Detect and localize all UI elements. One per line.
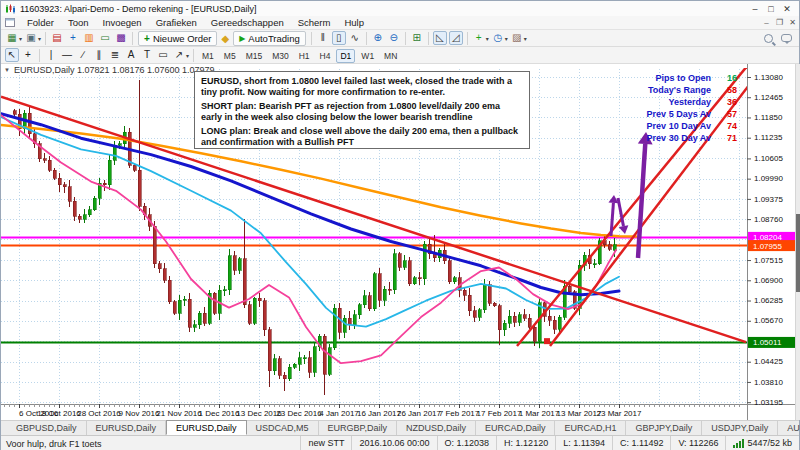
profiles-icon[interactable]: ▣ xyxy=(24,31,38,45)
indicators-icon-dropdown[interactable]: ▾ xyxy=(486,36,489,42)
autotrading-button[interactable]: ▶ AutoTrading xyxy=(233,31,306,46)
mdi-minimize-button[interactable]: – xyxy=(760,18,773,27)
pips-row: Prev 5 Days Av57 xyxy=(647,108,737,120)
chat-icon[interactable] xyxy=(781,34,792,42)
chart-tab-gbpusd-daily[interactable]: GBPUSD,Daily xyxy=(7,421,87,435)
pips-label: Pips to Open xyxy=(655,72,711,84)
expert-advisors-icon[interactable]: ◆ xyxy=(221,33,229,44)
timeframe-m30[interactable]: M30 xyxy=(268,49,293,63)
chart-tab-nzdusd-daily[interactable]: NZDUSD,Daily xyxy=(397,421,476,435)
timeframe-h1[interactable]: H1 xyxy=(295,49,314,63)
chart-area[interactable]: 1.130801.124651.118501.112351.106051.099… xyxy=(1,64,800,420)
svg-text:1.11235: 1.11235 xyxy=(754,133,783,142)
svg-text:16 Jan 2017: 16 Jan 2017 xyxy=(357,409,402,418)
trendline-icon[interactable]: ∕ xyxy=(76,48,90,62)
chart-collapse-button[interactable]: ▼ xyxy=(4,67,10,73)
timeframe-w1[interactable]: W1 xyxy=(357,49,378,63)
trade-plan-note[interactable]: EURUSD, short from 1.0800 level failed l… xyxy=(194,71,530,149)
navigator-icon[interactable]: ▥ xyxy=(82,31,96,45)
tile-windows-icon[interactable]: ⊞ xyxy=(410,31,424,45)
status-cell: H: 1.12120 xyxy=(496,436,555,450)
maximize-button[interactable]: □ xyxy=(763,4,779,14)
svg-text:1.07515: 1.07515 xyxy=(754,256,783,265)
svg-text:1.03195: 1.03195 xyxy=(754,398,783,407)
svg-text:9 Nov 2016: 9 Nov 2016 xyxy=(119,409,160,418)
price-box-1.05011: 1.05011 xyxy=(748,337,799,348)
chart-tab-eurusd-daily[interactable]: EURUSD,Daily xyxy=(166,420,247,435)
shapes-icon[interactable]: ▭ xyxy=(156,48,170,62)
terminal-icon[interactable]: ▭ xyxy=(98,31,112,45)
periods-icon-dropdown[interactable]: ▾ xyxy=(505,36,508,42)
line-chart-icon[interactable]: ∿ xyxy=(348,31,362,45)
new-chart-icon-dropdown[interactable]: ▾ xyxy=(19,36,22,42)
pips-value: 74 xyxy=(719,120,737,132)
chart-tab-audjpy-h4[interactable]: AUDJPY,H4 xyxy=(778,421,800,435)
bar-chart-icon[interactable]: ‖ xyxy=(316,31,330,45)
horizontal-line-icon[interactable]: — xyxy=(60,48,74,62)
new-chart-icon[interactable]: ▦ xyxy=(5,31,19,45)
svg-text:1.11850: 1.11850 xyxy=(754,113,783,122)
new-order-button[interactable]: + Nieuwe Order xyxy=(138,31,217,46)
channel-icon[interactable]: ∥ xyxy=(92,48,106,62)
menu-folder[interactable]: Folder xyxy=(20,17,61,28)
mdi-close-button[interactable]: ✕ xyxy=(786,18,799,27)
periods-icon[interactable]: ◷ xyxy=(491,31,505,45)
chart-shift-icon[interactable]: ◿ xyxy=(449,31,463,45)
templates-icon[interactable]: ▨ xyxy=(510,31,524,45)
menu-hulp[interactable]: Hulp xyxy=(337,17,371,28)
data-window-icon[interactable]: + xyxy=(66,31,80,45)
text-icon[interactable]: A xyxy=(124,48,138,62)
svg-text:23 Dec 2016: 23 Dec 2016 xyxy=(276,409,322,418)
vertical-line-icon[interactable]: | xyxy=(44,48,58,62)
menu-scherm[interactable]: Scherm xyxy=(291,17,338,28)
scrollbar-thumb[interactable] xyxy=(796,214,800,292)
timeframe-mn[interactable]: MN xyxy=(380,49,401,63)
price-box-1.07955: 1.07955 xyxy=(748,240,799,251)
svg-text:1.06900: 1.06900 xyxy=(754,276,783,285)
search-icon[interactable] xyxy=(764,34,773,43)
indicators-icon[interactable]: + xyxy=(472,31,486,45)
note-paragraph-3: LONG plan: Break and close well above th… xyxy=(201,126,523,147)
svg-text:1 Mar 2017: 1 Mar 2017 xyxy=(519,409,560,418)
cursor-icon[interactable]: ↖ xyxy=(5,48,19,62)
menu-gereedschappen[interactable]: Gereedschappen xyxy=(204,17,291,28)
bullish-channel-lower-handle[interactable] xyxy=(544,338,550,344)
crosshair-icon[interactable]: + xyxy=(21,48,35,62)
zoom-in-icon[interactable]: ⊕ xyxy=(371,31,385,45)
chart-tab-eurgbp-daily[interactable]: EURGBP,Daily xyxy=(319,421,397,435)
profiles-icon-dropdown[interactable]: ▾ xyxy=(38,36,41,42)
strategy-tester-icon[interactable]: ▩ xyxy=(114,31,128,45)
chart-tab-eurcad-h1[interactable]: EURCAD,H1 xyxy=(555,421,626,435)
arrows-tool-icon[interactable]: ↗ xyxy=(172,48,186,62)
minimize-button[interactable]: – xyxy=(747,4,763,14)
menu-grafieken[interactable]: Grafieken xyxy=(149,17,204,28)
timeframe-d1[interactable]: D1 xyxy=(336,49,355,63)
pips-value: 71 xyxy=(719,132,737,144)
chart-tab-usdjpy-daily[interactable]: USDJPY,Daily xyxy=(702,421,778,435)
svg-text:1.09375: 1.09375 xyxy=(754,195,783,204)
chart-tab-usdcad-m5[interactable]: USDCAD,M5 xyxy=(247,421,319,435)
timeframe-m15[interactable]: M15 xyxy=(242,49,267,63)
vertical-scrollbar[interactable] xyxy=(795,64,800,420)
menu-toon[interactable]: Toon xyxy=(61,17,96,28)
chart-window-icon xyxy=(5,18,15,27)
timeframe-m5[interactable]: M5 xyxy=(220,49,240,63)
autoscroll-icon[interactable]: ◺ xyxy=(433,31,447,45)
chart-tab-gbpjpy-daily[interactable]: GBPJPY,Daily xyxy=(626,421,702,435)
arrows-tool-icon-dropdown[interactable]: ▾ xyxy=(186,53,189,59)
templates-icon-dropdown[interactable]: ▾ xyxy=(524,36,527,42)
chart-tab-eurcad-daily[interactable]: EURCAD,Daily xyxy=(476,421,556,435)
fibonacci-icon[interactable]: ≣ xyxy=(108,48,122,62)
menu-invoegen[interactable]: Invoegen xyxy=(96,17,149,28)
mdi-restore-button[interactable]: ❐ xyxy=(773,18,786,27)
candlestick-chart-icon[interactable]: ▯ xyxy=(332,31,346,45)
chart-tab-eurusd-daily[interactable]: EURUSD,Daily xyxy=(87,421,167,435)
pips-value: 58 xyxy=(719,84,737,96)
title-bar: 11603923: Alpari-Demo - Demo rekening - … xyxy=(1,1,799,16)
market-watch-icon[interactable]: ▤ xyxy=(50,31,64,45)
timeframe-m1[interactable]: M1 xyxy=(198,49,218,63)
label-icon[interactable]: T xyxy=(140,48,154,62)
close-button[interactable]: ✕ xyxy=(779,4,795,14)
timeframe-h4[interactable]: H4 xyxy=(316,49,335,63)
zoom-out-icon[interactable]: ⊖ xyxy=(387,31,401,45)
